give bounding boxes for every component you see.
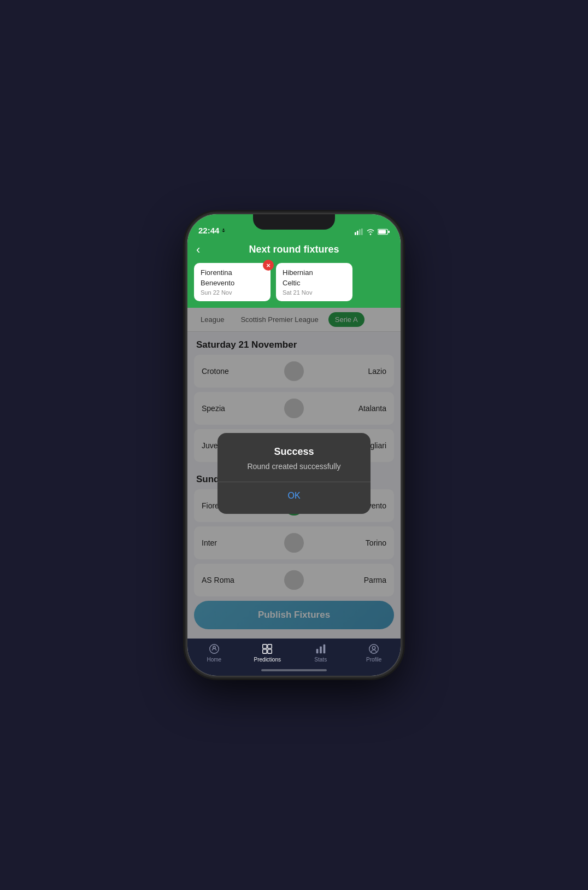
main-content: League Scottish Premier League Serie A S… (187, 308, 401, 639)
svg-rect-1 (357, 231, 358, 235)
modal-overlay: Success Round created successfully OK (187, 308, 401, 639)
svg-point-17 (373, 646, 376, 649)
svg-rect-9 (263, 645, 267, 648)
svg-rect-10 (268, 645, 272, 648)
fixture-1-date: Sat 21 Nov (283, 289, 346, 296)
svg-rect-6 (378, 230, 386, 234)
svg-rect-11 (263, 649, 267, 653)
fixture-0-team1: Fiorentina (201, 268, 264, 277)
phone-screen: 22:44 (187, 214, 401, 676)
home-indicator (187, 665, 401, 676)
modal-message: Round created successfully (235, 462, 353, 471)
fixture-0-team2: Benevento (201, 279, 264, 287)
selected-fixture-0[interactable]: × Fiorentina Benevento Sun 22 Nov (194, 263, 271, 301)
nav-predictions[interactable]: Predictions (241, 643, 295, 663)
success-modal: Success Round created successfully OK (217, 433, 371, 514)
fixture-1-team1: Hibernian (283, 268, 346, 277)
svg-rect-2 (359, 229, 361, 235)
svg-point-16 (369, 645, 379, 654)
remove-fixture-0[interactable]: × (263, 260, 274, 271)
phone-frame: 22:44 (187, 214, 401, 676)
back-button[interactable]: ‹ (196, 243, 200, 257)
status-icons (355, 229, 390, 235)
nav-predictions-label: Predictions (254, 657, 281, 663)
status-time: 22:44 (198, 226, 226, 235)
nav-stats[interactable]: Stats (294, 643, 348, 663)
svg-rect-5 (388, 231, 390, 233)
notch (253, 214, 335, 230)
nav-stats-label: Stats (314, 657, 327, 663)
svg-rect-13 (316, 649, 319, 653)
clock: 22:44 (198, 226, 219, 235)
fixture-0-date: Sun 22 Nov (201, 289, 264, 296)
selected-strip: × Fiorentina Benevento Sun 22 Nov Hibern… (187, 263, 401, 308)
nav-profile[interactable]: Profile (348, 643, 401, 663)
svg-rect-0 (355, 232, 356, 235)
nav-profile-label: Profile (366, 657, 381, 663)
nav-home-label: Home (207, 657, 221, 663)
svg-rect-14 (320, 646, 322, 653)
selected-fixture-1[interactable]: Hibernian Celtic Sat 21 Nov (276, 263, 352, 301)
modal-title: Success (235, 446, 353, 458)
home-bar (261, 669, 327, 671)
svg-rect-3 (361, 229, 363, 235)
fixture-1-team2: Celtic (283, 279, 346, 287)
nav-home[interactable]: Home (187, 643, 241, 663)
header: ‹ Next round fixtures (187, 238, 401, 263)
modal-ok-button[interactable]: OK (235, 482, 353, 501)
page-title: Next round fixtures (249, 244, 339, 255)
bottom-nav: Home Predictions Stats (187, 639, 401, 665)
svg-rect-15 (323, 645, 325, 654)
svg-rect-12 (268, 649, 272, 653)
